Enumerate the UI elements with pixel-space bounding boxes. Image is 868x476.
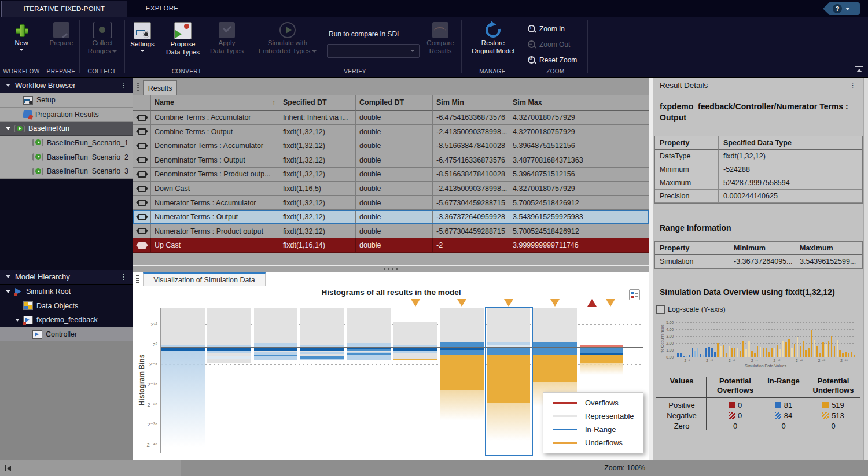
- representable-range: [440, 308, 484, 345]
- kebab-menu-icon[interactable]: ⋮: [120, 81, 127, 90]
- data-objects-icon: [23, 301, 33, 310]
- table-row[interactable]: Numerator Terms : Product outputfixdt(1,…: [133, 224, 649, 239]
- table-row[interactable]: Up Castfixdt(1,16,14)double-23.999999999…: [133, 238, 649, 253]
- histogram-column-5[interactable]: [347, 308, 391, 453]
- results-table-empty-area: [133, 253, 649, 265]
- mini-bar: [822, 342, 824, 357]
- tree-item-setup[interactable]: Setup: [0, 93, 133, 108]
- restore-original-model-button[interactable]: Restore Original Model: [466, 22, 520, 55]
- chevron-down-icon[interactable]: [6, 275, 10, 278]
- kebab-menu-icon[interactable]: ⋮: [849, 81, 856, 90]
- chevron-down-icon[interactable]: [15, 319, 20, 322]
- histogram-column-1[interactable]: [161, 308, 205, 453]
- tree-item-data-objects[interactable]: Data Objects: [0, 299, 133, 313]
- values-cell: 513: [804, 411, 862, 420]
- help-button[interactable]: ?: [823, 2, 860, 15]
- chevron-down-icon[interactable]: [6, 84, 10, 87]
- table-row[interactable]: Combine Terms : Outputfixdt(1,32,12)doub…: [133, 125, 649, 139]
- legend-toggle-icon[interactable]: [629, 289, 640, 300]
- model-icon-red: [23, 316, 33, 324]
- histogram-column-2[interactable]: [207, 308, 251, 453]
- mini-bar: [837, 340, 838, 357]
- drag-grip-icon[interactable]: [136, 275, 139, 283]
- header-cell-name[interactable]: Name↑: [151, 95, 279, 111]
- mini-x-tick: 2⁻⁴⁶: [837, 359, 851, 363]
- histogram-column-4[interactable]: [300, 308, 344, 453]
- table-row[interactable]: Numerator Terms : Accumulatorfixdt(1,32,…: [133, 196, 649, 211]
- mini-x-tick: 2⁻¹⁰: [703, 359, 716, 363]
- cell-compiled-dt: double: [356, 139, 433, 154]
- tree-item-fxpdemo-feedback[interactable]: fxpdemo_feedback: [0, 313, 133, 327]
- row-icon-cell: [133, 196, 151, 211]
- tab-iterative-fixed-point-conversion[interactable]: ITERATIVE FIXED-POINT CONVERSION: [1, 1, 127, 17]
- header-cell-sim-min[interactable]: Sim Min: [433, 95, 509, 111]
- histogram-column-7[interactable]: [440, 308, 484, 453]
- table-row[interactable]: Down Castfixdt(1,16,5)double-2.413500903…: [133, 182, 649, 196]
- header-cell-sim-max[interactable]: Sim Max: [509, 95, 649, 111]
- legend-item: Underflows: [543, 436, 643, 449]
- tab-explore[interactable]: EXPLORE: [139, 1, 185, 16]
- cell-sim-min: -6.475416336873576: [433, 153, 509, 168]
- log-scale-checkbox[interactable]: [656, 305, 665, 314]
- model-hierarchy-header: Model Hierarchy ⋮: [0, 270, 133, 285]
- kebab-menu-icon[interactable]: ⋮: [120, 272, 127, 281]
- tab-results[interactable]: Results: [143, 80, 177, 95]
- histogram-column-6[interactable]: [393, 308, 437, 453]
- tree-item-preparation-results[interactable]: Preparation Results: [0, 108, 133, 122]
- table-row[interactable]: Denominator Terms : Accumulatorfixdt(1,3…: [133, 139, 649, 154]
- values-cell: 0: [708, 421, 763, 430]
- row-icon-cell: [133, 111, 151, 126]
- collapse-panel-icon[interactable]: [5, 465, 13, 471]
- tree-item-simulink-root[interactable]: Simulink Root: [0, 285, 133, 299]
- reset-zoom-button[interactable]: ↺ Reset Zoom: [528, 54, 577, 66]
- cell-name: Numerator Terms : Product output: [151, 224, 279, 239]
- table-row[interactable]: Combine Terms : AccumulatorInherit: Inhe…: [133, 111, 649, 126]
- tree-item-label: Preparation Results: [35, 110, 99, 119]
- legend-item: Representable: [543, 409, 643, 423]
- tree-item-baselinerun-scenario-3[interactable]: BaselineRun_Scenario_3: [0, 164, 133, 179]
- tree-item-baselinerun-scenario-2[interactable]: BaselineRun_Scenario_2: [0, 150, 133, 165]
- mini-bar: [831, 336, 833, 357]
- section-label-verify: VERIFY: [249, 68, 461, 76]
- collapse-ribbon-icon[interactable]: [855, 66, 863, 74]
- zoom-level-label: Zoom: 100%: [604, 464, 645, 472]
- tab-visualization-of-simulation-data[interactable]: Visualization of Simulation Data: [143, 272, 266, 286]
- mini-bar: [842, 353, 844, 357]
- mini-bar: [734, 348, 735, 357]
- mini-bar: [782, 341, 784, 357]
- chevron-down-icon[interactable]: [6, 127, 10, 130]
- values-cell: 0: [708, 400, 763, 409]
- table-row[interactable]: Numerator Terms : Outputfixdt(1,32,12)do…: [133, 210, 649, 224]
- mini-bar: [760, 347, 762, 357]
- tree-item-baselinerun[interactable]: BaselineRun: [0, 122, 133, 136]
- table-row: Simulation-3.36737264095...3.54396152599…: [655, 255, 862, 268]
- table-row[interactable]: Denominator Terms : Product outp...fixdt…: [133, 168, 649, 182]
- settings-button[interactable]: Settings: [126, 22, 159, 52]
- cell-specified-dt: fixdt(1,32,12): [279, 168, 356, 182]
- cell-name: Denominator Terms : Output: [151, 153, 279, 168]
- cell-name: Numerator Terms : Output: [151, 210, 279, 224]
- ribbon-tab-strip: ITERATIVE FIXED-POINT CONVERSION EXPLORE…: [0, 0, 868, 17]
- mini-gridline: [676, 329, 855, 330]
- cell-name: Down Cast: [151, 182, 279, 196]
- y-tick-label: 2⁻⁴⁸: [132, 441, 157, 448]
- header-cell-compiled-dt[interactable]: Compiled DT: [356, 95, 433, 111]
- propose-data-types-button[interactable]: Propose Data Types: [160, 22, 205, 56]
- values-header-2: In-Range: [763, 377, 804, 386]
- new-button[interactable]: New: [5, 22, 38, 51]
- sdi-run-combobox[interactable]: [327, 44, 420, 58]
- cell-compiled-dt: double: [356, 168, 433, 182]
- drag-grip-icon[interactable]: [137, 83, 139, 91]
- tree-item-baselinerun-scenario-1[interactable]: BaselineRun_Scenario_1: [0, 136, 133, 150]
- cell-specified-dt: fixdt(1,16,14): [279, 238, 356, 253]
- header-cell-specified-dt[interactable]: Specified DT: [279, 95, 356, 111]
- model-hierarchy-title: Model Hierarchy: [15, 272, 70, 281]
- histogram-column-3[interactable]: [254, 308, 298, 453]
- table-row[interactable]: Denominator Terms : Outputfixdt(1,32,12)…: [133, 153, 649, 168]
- chevron-down-icon[interactable]: [6, 290, 10, 293]
- values-cell: 81: [763, 400, 804, 409]
- tree-item-controller[interactable]: Controller: [0, 327, 133, 342]
- data-band-yl: [533, 355, 577, 383]
- zoom-in-button[interactable]: + Zoom In: [528, 23, 565, 35]
- vertical-scrollbar[interactable]: [863, 78, 868, 460]
